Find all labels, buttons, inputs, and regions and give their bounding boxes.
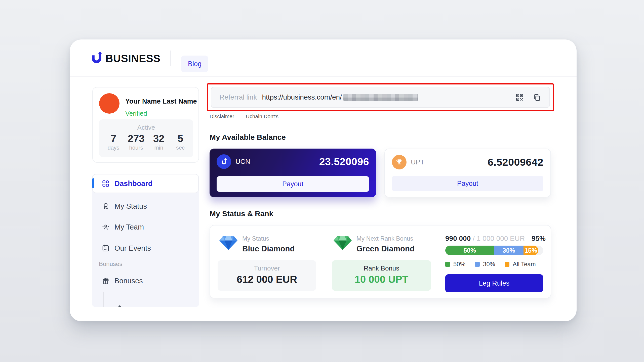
app-window: BUSINESS Blog Your Name Last Name Verifi…	[70, 39, 577, 321]
section-divider	[128, 264, 192, 264]
ucn-payout-button[interactable]: Payout	[217, 176, 369, 192]
countdown: 7 days 273 hours 32 min 5 sec	[106, 133, 188, 151]
ucn-amount: 23.520096	[319, 156, 369, 168]
next-rank-label: My Next Rank Bonus	[356, 235, 415, 242]
my-status-label: My Status	[242, 235, 295, 242]
my-status-value: Blue Diamond	[242, 244, 295, 253]
ucn-coin-icon	[217, 154, 231, 169]
disclaimer-link[interactable]: Disclaimer	[210, 113, 234, 119]
ucn-balance-row: UCN 23.520096	[217, 154, 369, 169]
progress-current: 990 000	[445, 235, 471, 243]
upt-balance-card: UPT 6.52009642 Payout	[384, 149, 551, 197]
trophy-icon	[392, 155, 407, 169]
next-rank-column: My Next Rank Bonus Green Diamond Rank Bo…	[324, 225, 439, 298]
sidebar-item-dashboard[interactable]: Dashboard	[92, 175, 199, 192]
sidebar-item-label: Bonuses	[114, 277, 143, 285]
progress-segment-blue: 30%	[494, 246, 524, 255]
countdown-days: 7 days	[106, 133, 121, 151]
calendar-icon	[101, 244, 110, 252]
next-rank-value: Green Diamond	[356, 244, 415, 253]
legend-item-50: 50%	[445, 261, 465, 268]
ucn-symbol: UCN	[235, 158, 250, 166]
progress-percent: 95%	[532, 235, 546, 243]
sidebar-item-label: My Team	[114, 223, 144, 231]
doc-links: Disclaimer Uchain Dont's	[210, 113, 278, 119]
progress-legend: 50% 30% All Team	[445, 261, 536, 268]
sidebar-item-my-team[interactable]: My Team	[92, 219, 199, 235]
user-name: Your Name Last Name	[125, 98, 197, 105]
medal-icon	[101, 202, 110, 210]
countdown-sec: 5 sec	[173, 133, 188, 151]
upt-payout-button[interactable]: Payout	[392, 176, 543, 191]
my-status-column: My Status Blue Diamond Turnover 612 000 …	[210, 225, 324, 298]
upt-amount: 6.52009642	[488, 156, 543, 168]
sidebar-item-label: Our Events	[114, 244, 151, 252]
upt-symbol: UPT	[411, 158, 424, 166]
referral-link-bar[interactable]: Referral link https://ubusiness.com/en/	[211, 87, 550, 108]
sidebar-item-our-events[interactable]: Our Events	[92, 240, 199, 256]
turnover-panel: Turnover 612 000 EUR	[218, 260, 316, 291]
turnover-value: 612 000 EUR	[218, 274, 316, 285]
team-icon	[101, 223, 110, 231]
referral-actions	[515, 93, 541, 102]
brand-logo: BUSINESS	[91, 51, 160, 65]
turnover-label: Turnover	[218, 264, 316, 272]
ucn-balance-card: UCN 23.520096 Payout	[210, 149, 376, 197]
sidebar-item-label: Dashboard	[114, 179, 152, 188]
countdown-hours: 273 hours	[128, 133, 145, 151]
leg-rules-button[interactable]: Leg Rules	[445, 274, 543, 292]
copy-icon[interactable]	[533, 93, 541, 102]
u-arrow-logo-icon	[91, 51, 103, 65]
sidebar-item-label: My Status	[114, 202, 147, 210]
countdown-min: 32 min	[151, 133, 166, 151]
legend-item-30: 30%	[475, 261, 495, 268]
referral-url: https://ubusiness.com/en/	[262, 93, 342, 101]
legend-item-all-team: All Team	[505, 261, 536, 268]
user-card: Your Name Last Name Verified Active 7 da…	[92, 87, 199, 163]
sidebar-item-bonuses[interactable]: Bonuses	[92, 273, 199, 289]
sidebar-section-bonuses: Bonuses	[99, 259, 192, 269]
balance-section-title: My Available Balance	[210, 133, 286, 142]
progress-target: / 1 000 000 EUR	[473, 235, 525, 243]
blog-button[interactable]: Blog	[181, 56, 208, 72]
dashboard-icon	[101, 179, 110, 188]
active-countdown-panel: Active 7 days 273 hours 32 min 5 sec	[99, 119, 193, 157]
rank-bonus-panel: Rank Bonus 10 000 UPT	[332, 260, 431, 291]
legend-swatch-orange	[505, 262, 509, 267]
header-divider	[170, 51, 171, 66]
referral-highlight-box: Referral link https://ubusiness.com/en/	[207, 83, 554, 111]
subitem-bullet	[118, 305, 121, 307]
progress-header: 990 000 / 1 000 000 EUR 95%	[445, 235, 546, 243]
sidebar-nav: Dashboard My Status My Team	[92, 174, 199, 307]
legend-swatch-green	[445, 262, 450, 267]
rank-section-title: My Status & Rank	[210, 209, 273, 218]
section-label: Bonuses	[99, 260, 122, 267]
next-rank-head: My Next Rank Bonus Green Diamond	[356, 235, 415, 253]
progress-segment-orange: 15%	[524, 246, 538, 255]
green-diamond-icon	[332, 234, 353, 251]
progress-segment-green: 50%	[445, 246, 494, 255]
active-label: Active	[99, 124, 193, 131]
header: BUSINESS Blog	[70, 39, 577, 77]
rank-bonus-value: 10 000 UPT	[332, 274, 431, 285]
verified-badge: Verified	[125, 110, 147, 117]
upt-balance-row: UPT 6.52009642	[392, 155, 543, 170]
referral-label: Referral link	[219, 93, 257, 101]
blue-diamond-icon	[218, 234, 239, 251]
legend-swatch-blue	[475, 262, 480, 267]
uchain-donts-link[interactable]: Uchain Dont's	[246, 113, 278, 119]
progress-bar: 50% 30% 15%	[445, 246, 543, 255]
referral-url-redacted	[343, 94, 418, 101]
gift-icon	[101, 277, 110, 285]
my-status-head: My Status Blue Diamond	[242, 235, 295, 253]
status-rank-card: My Status Blue Diamond Turnover 612 000 …	[210, 225, 551, 298]
avatar[interactable]	[99, 93, 119, 114]
progress-column: 990 000 / 1 000 000 EUR 95% 50% 30% 15% …	[439, 225, 552, 298]
qr-code-icon[interactable]	[515, 93, 524, 102]
rank-bonus-label: Rank Bonus	[332, 264, 431, 272]
brand-name: BUSINESS	[105, 53, 160, 65]
sidebar-item-my-status[interactable]: My Status	[92, 198, 199, 214]
subitem-indent-line	[103, 292, 104, 307]
